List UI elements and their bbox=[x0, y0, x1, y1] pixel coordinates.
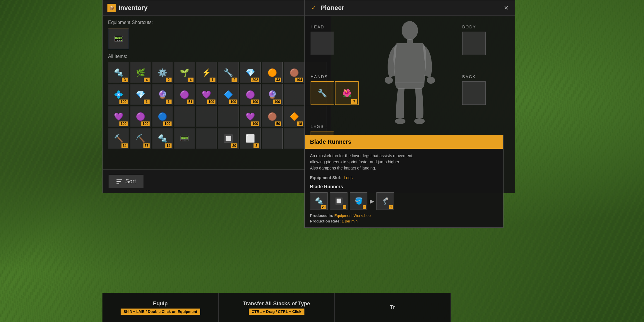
grid-item-15[interactable]: 🔷100 bbox=[218, 84, 239, 105]
head-slot[interactable] bbox=[311, 32, 334, 55]
inventory-header: 📦 Inventory bbox=[103, 0, 330, 16]
craft-ingredient-3: 🪣 3 bbox=[350, 192, 367, 210]
produced-in-label: Produced in: bbox=[310, 213, 333, 218]
grid-item-count-28: 18 bbox=[297, 121, 303, 126]
grid-item-21[interactable]: 🟣100 bbox=[130, 106, 151, 127]
equip-title: Equip bbox=[153, 301, 168, 307]
grid-item-18[interactable] bbox=[284, 84, 305, 105]
grid-item-28[interactable]: 🔶18 bbox=[284, 106, 305, 127]
grid-item-13[interactable]: 🟣51 bbox=[174, 84, 195, 105]
equip-button[interactable]: Equip Shift + LMB / Double Click on Equi… bbox=[102, 293, 219, 322]
produced-in-value[interactable]: Equipment Workshop bbox=[334, 213, 371, 218]
inventory-icon: 📦 bbox=[107, 4, 116, 12]
all-items-label: All Items: bbox=[108, 54, 325, 59]
grid-item-17[interactable]: 🔮100 bbox=[262, 84, 283, 105]
grid-item-30[interactable]: 🔨64 bbox=[108, 128, 129, 149]
transfer-button[interactable]: Tr bbox=[335, 293, 451, 322]
character-silhouette bbox=[381, 19, 439, 150]
grid-item-count-12: 1 bbox=[166, 100, 172, 104]
back-slot[interactable] bbox=[462, 81, 486, 105]
grid-item-14[interactable]: 💜100 bbox=[196, 84, 217, 105]
grid-item-count-31: 37 bbox=[143, 143, 150, 148]
pioneer-title: Pioneer bbox=[321, 4, 344, 12]
production-rate-value: 1 per min bbox=[342, 219, 357, 223]
grid-item-count-11: 1 bbox=[144, 100, 150, 104]
craft-row: 🔩 20 🔲 3 🪣 3 ▶ 🦿 1 bbox=[310, 192, 498, 210]
hands-item-1-icon: 🔧 bbox=[311, 82, 334, 105]
grid-item-33[interactable]: 📟 bbox=[174, 128, 195, 149]
sort-label: Sort bbox=[125, 178, 136, 185]
grid-item-35[interactable]: 🔲30 bbox=[218, 128, 239, 149]
grid-item-16[interactable]: 🟣100 bbox=[240, 84, 261, 105]
transfer-all-hint: CTRL + Drag / CTRL + Click bbox=[249, 309, 304, 315]
sort-button[interactable]: Sort bbox=[109, 175, 143, 188]
grid-item-2[interactable]: ⚙️2 bbox=[152, 62, 173, 83]
grid-item-count-13: 51 bbox=[187, 100, 193, 104]
grid-item-10[interactable]: 💠100 bbox=[108, 84, 129, 105]
grid-item-0[interactable]: 🔩3 bbox=[108, 62, 129, 83]
tooltip-panel: Blade Runners An exoskeleton for the low… bbox=[304, 135, 503, 228]
grid-item-11[interactable]: 💎1 bbox=[130, 84, 151, 105]
grid-item-7[interactable]: 🟠43 bbox=[262, 62, 283, 83]
grid-item-icon-33: 📟 bbox=[174, 128, 195, 149]
grid-item-5[interactable]: 🔧3 bbox=[218, 62, 239, 83]
grid-item-31[interactable]: ⛏️37 bbox=[130, 128, 151, 149]
close-button[interactable]: ✕ bbox=[502, 4, 510, 12]
shortcuts-label: Equipment Shortcuts: bbox=[108, 20, 325, 25]
grid-item-count-0: 3 bbox=[122, 78, 128, 82]
grid-item-12[interactable]: 🔮1 bbox=[152, 84, 173, 105]
craft-ingredient-2: 🔲 3 bbox=[330, 192, 347, 210]
equip-hint: Shift + LMB / Double Click on Equipment bbox=[121, 309, 200, 315]
hands-slot-2[interactable]: 🌺 7 bbox=[335, 81, 359, 105]
tooltip-body: An exoskeleton for the lower legs that a… bbox=[305, 149, 503, 227]
craft-ingredient-2-count: 3 bbox=[343, 205, 346, 209]
grid-item-38[interactable] bbox=[284, 128, 305, 149]
grid-item-20[interactable]: 💜100 bbox=[108, 106, 129, 127]
transfer-all-button[interactable]: Transfer All Stacks of Type CTRL + Drag … bbox=[219, 293, 335, 322]
grid-item-4[interactable]: ⚡1 bbox=[196, 62, 217, 83]
grid-item-count-26: 100 bbox=[251, 121, 259, 126]
grid-item-count-2: 2 bbox=[166, 78, 172, 82]
grid-item-count-21: 100 bbox=[141, 121, 150, 126]
grid-item-3[interactable]: 🌱4 bbox=[174, 62, 195, 83]
grid-item-22[interactable]: 🔵100 bbox=[152, 106, 173, 127]
hands-item-2-count: 7 bbox=[351, 99, 357, 104]
grid-item-6[interactable]: 💎202 bbox=[240, 62, 261, 83]
grid-item-27[interactable]: 🟤50 bbox=[262, 106, 283, 127]
grid-item-34[interactable] bbox=[196, 128, 217, 149]
tooltip-name: Blade Runners bbox=[310, 138, 351, 145]
equipment-slot-label: Equipment Slot: bbox=[310, 175, 341, 180]
shortcut-slot-1[interactable]: 📟 bbox=[108, 28, 129, 49]
grid-item-count-1: 4 bbox=[144, 78, 150, 82]
tooltip-rate: Production Rate: 1 per min bbox=[310, 219, 498, 223]
craft-arrow: ▶ bbox=[370, 198, 374, 205]
grid-item-count-14: 100 bbox=[207, 100, 215, 104]
grid-item-36[interactable]: ⬜3 bbox=[240, 128, 261, 149]
svg-point-16 bbox=[414, 118, 425, 124]
equipment-slot-value: Legs bbox=[344, 175, 352, 180]
grid-item-37[interactable] bbox=[262, 128, 283, 149]
body-slot[interactable] bbox=[462, 32, 486, 55]
legs-label: LEGS bbox=[311, 124, 334, 129]
grid-item-26[interactable]: 💜100 bbox=[240, 106, 261, 127]
back-slot-group: BACK bbox=[462, 74, 486, 105]
inventory-title: Inventory bbox=[119, 4, 148, 12]
inventory-content: Equipment Shortcuts: 📟 All Items: 🔩3🌿4⚙️… bbox=[103, 16, 330, 157]
grid-item-count-8: 104 bbox=[295, 78, 303, 82]
body-slot-group: BODY bbox=[462, 25, 486, 55]
grid-item-8[interactable]: 🟤104 bbox=[284, 62, 305, 83]
grid-item-count-20: 100 bbox=[119, 121, 128, 126]
grid-item-count-5: 3 bbox=[232, 78, 237, 82]
grid-item-1[interactable]: 🌿4 bbox=[130, 62, 151, 83]
grid-item-count-22: 100 bbox=[163, 121, 172, 126]
transfer-title: Tr bbox=[390, 304, 395, 311]
hands-slot-group: HANDS 🔧 🌺 7 bbox=[311, 74, 359, 105]
craft-ingredient-3-count: 3 bbox=[363, 205, 366, 209]
grid-item-25[interactable] bbox=[218, 106, 239, 127]
grid-item-24[interactable] bbox=[196, 106, 217, 127]
grid-item-32[interactable]: 🔩14 bbox=[152, 128, 173, 149]
hands-slot-1[interactable]: 🔧 bbox=[311, 81, 334, 105]
back-label: BACK bbox=[462, 74, 486, 79]
hands-label: HANDS bbox=[311, 74, 359, 79]
grid-item-23[interactable] bbox=[174, 106, 195, 127]
